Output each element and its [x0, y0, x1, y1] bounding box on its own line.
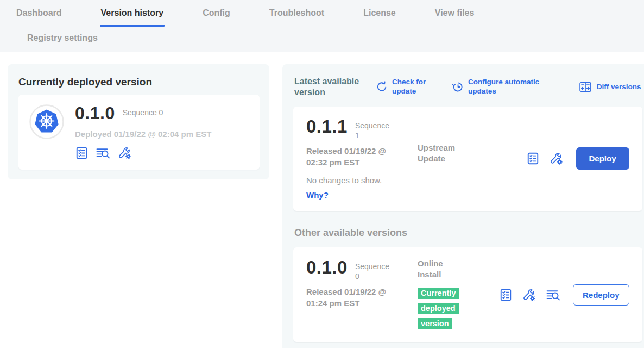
main-content: Currently deployed version 0.1.0 Sequenc…: [0, 52, 644, 348]
configure-automatic-updates-link[interactable]: Configure automatic updates: [452, 78, 551, 96]
kubernetes-logo-icon: [29, 104, 64, 139]
latest-available-header: Latest available version Check for updat…: [293, 75, 642, 98]
latest-available-panel: Latest available version Check for updat…: [282, 64, 644, 348]
latest-version-info: 0.1.1 Sequence 1 Released 01/19/22 @ 02:…: [306, 117, 418, 200]
wrench-gear-icon[interactable]: [118, 146, 131, 160]
tab-view-files[interactable]: View files: [434, 7, 476, 27]
other-version-actions: Redeploy: [499, 258, 629, 332]
configure-automatic-updates-label: Configure automatic updates: [468, 78, 551, 96]
other-version-number: 0.1.0: [306, 258, 348, 276]
refresh-arrow-icon: [376, 81, 388, 93]
currently-deployed-heading: Currently deployed version: [18, 76, 260, 88]
tab-version-history[interactable]: Version history: [100, 7, 165, 27]
no-changes-text: No changes to show.: [306, 176, 418, 185]
wrench-gear-icon[interactable]: [550, 152, 563, 165]
tab-registry-settings[interactable]: Registry settings: [26, 32, 99, 44]
schedule-update-icon: [452, 81, 464, 93]
top-navigation: Dashboard Version history Config Trouble…: [0, 0, 644, 52]
why-link[interactable]: Why?: [306, 190, 329, 200]
other-source-column: Online Install Currently deployed versio…: [418, 258, 499, 332]
latest-version-number: 0.1.1: [306, 117, 348, 135]
checklist-icon[interactable]: [526, 152, 540, 165]
checklist-icon[interactable]: [75, 146, 89, 160]
other-available-heading: Other available versions: [294, 227, 642, 239]
deployed-sequence-label: Sequence 0: [123, 104, 163, 117]
nav-tabs-row-2: Registry settings: [0, 27, 644, 52]
check-for-update-label: Check for update: [392, 78, 437, 96]
logs-search-icon[interactable]: [96, 146, 111, 160]
tab-dashboard[interactable]: Dashboard: [15, 7, 63, 27]
currently-deployed-card: 0.1.0 Sequence 0 Deployed 01/19/22 @ 02:…: [18, 95, 260, 170]
currently-deployed-panel: Currently deployed version 0.1.0 Sequenc…: [8, 64, 269, 179]
other-version-card: 0.1.0 Sequence 0 Released 01/19/22 @ 01:…: [293, 247, 642, 343]
diff-versions-link[interactable]: Diff versions: [578, 81, 641, 93]
checklist-icon[interactable]: [499, 288, 513, 302]
tab-troubleshoot[interactable]: Troubleshoot: [268, 7, 325, 27]
wrench-gear-icon[interactable]: [522, 288, 536, 302]
check-for-update-link[interactable]: Check for update: [376, 78, 437, 96]
other-version-info: 0.1.0 Sequence 0 Released 01/19/22 @ 01:…: [306, 258, 418, 332]
tab-license[interactable]: License: [362, 7, 397, 27]
diff-icon: [578, 81, 592, 93]
other-sequence-label: Sequence 0: [355, 258, 392, 281]
deploy-button[interactable]: Deploy: [576, 147, 629, 170]
currently-deployed-badge: Currently deployed version: [418, 288, 459, 329]
currently-deployed-badge-wrap: Currently deployed version: [418, 285, 465, 331]
deployed-timestamp: Deployed 01/19/22 @ 02:04 pm EST: [75, 129, 211, 139]
latest-source-column: Upstream Update: [418, 117, 499, 200]
diff-versions-label: Diff versions: [597, 83, 641, 92]
latest-sequence-label: Sequence 1: [355, 117, 392, 140]
other-source-label: Online Install: [418, 258, 462, 281]
latest-source-label: Upstream Update: [418, 142, 462, 165]
latest-version-card: 0.1.1 Sequence 1 Released 01/19/22 @ 02:…: [293, 107, 642, 211]
latest-version-actions: Deploy: [499, 117, 629, 200]
tab-config[interactable]: Config: [201, 7, 231, 27]
nav-tabs-row-1: Dashboard Version history Config Trouble…: [0, 7, 644, 27]
other-released-timestamp: Released 01/19/22 @ 01:24 pm EST: [306, 287, 404, 309]
deployed-version-number: 0.1.0: [75, 104, 115, 122]
logs-search-icon[interactable]: [546, 288, 561, 302]
latest-available-heading: Latest available version: [294, 76, 376, 98]
redeploy-button[interactable]: Redeploy: [573, 284, 629, 306]
latest-released-timestamp: Released 01/19/22 @ 02:32 pm EST: [306, 146, 404, 168]
deployed-version-info: 0.1.0 Sequence 0 Deployed 01/19/22 @ 02:…: [75, 104, 211, 160]
